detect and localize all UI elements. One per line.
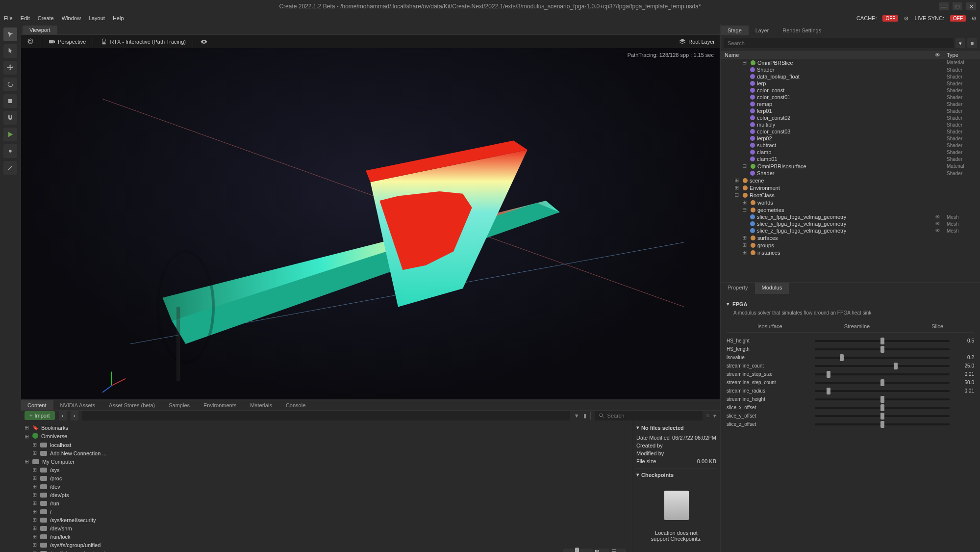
slider-streamline_height[interactable]	[815, 398, 950, 400]
stage-options-button[interactable]: ≡	[967, 38, 977, 48]
stage-node[interactable]: ⊞Environment	[721, 184, 980, 191]
expand-icon[interactable]: ⊞	[742, 199, 747, 206]
tab-environments[interactable]: Environments	[197, 400, 243, 410]
stage-node[interactable]: slice_z_fpga_fpga_velmag_geometry👁Mesh	[721, 227, 980, 234]
snap-tool[interactable]	[3, 111, 17, 125]
slider-thumb[interactable]	[827, 371, 830, 378]
slider-HS_height[interactable]	[815, 340, 950, 342]
slider-thumb[interactable]	[880, 338, 884, 344]
expand-icon[interactable]: ⊞	[25, 433, 29, 440]
expand-icon[interactable]: ⊞	[32, 450, 37, 456]
stage-node[interactable]: ShaderShader	[721, 66, 980, 73]
nav-back-button[interactable]: ‹	[59, 411, 67, 421]
expand-icon[interactable]: ⊟	[734, 192, 739, 198]
slider-streamline_count[interactable]	[815, 365, 950, 367]
expand-icon[interactable]: ⊞	[742, 249, 747, 256]
expand-icon[interactable]: ⊞	[32, 475, 37, 481]
stage-node[interactable]: ⊞instances	[721, 249, 980, 256]
stage-node[interactable]: color_constShader	[721, 87, 980, 94]
toggle-icon[interactable]: ⊘	[904, 15, 908, 22]
viewport-settings-button[interactable]	[26, 38, 34, 46]
expand-icon[interactable]: ⊞	[32, 492, 37, 498]
slider-isovalue[interactable]	[815, 357, 950, 359]
chevron-down-icon[interactable]: ▾	[636, 424, 639, 431]
mode-isosurface[interactable]: Isosurface	[757, 323, 782, 329]
scale-tool[interactable]	[3, 94, 17, 108]
maximize-button[interactable]: □	[953, 2, 962, 10]
expand-icon[interactable]: ⊞	[32, 467, 37, 473]
menu-create[interactable]: Create	[38, 15, 54, 21]
slider-slice_z_offset[interactable]	[815, 423, 950, 425]
tree-item[interactable]: ⊞/run	[21, 499, 138, 507]
stage-node[interactable]: color_const01Shader	[721, 94, 980, 101]
options-icon[interactable]: ≡	[706, 413, 709, 419]
expand-icon[interactable]: ⊞	[742, 242, 747, 248]
expand-icon[interactable]: ⊞	[32, 442, 37, 448]
close-button[interactable]: ✕	[966, 2, 976, 10]
tree-item[interactable]: ⊞/sys/fs/cgroup/systemd	[21, 549, 138, 552]
slider-thumb[interactable]	[880, 413, 884, 420]
expand-icon[interactable]: ⊞	[742, 235, 747, 241]
thumbnail-slider[interactable]	[563, 549, 593, 552]
menu-edit[interactable]: Edit	[21, 15, 30, 21]
stage-node[interactable]: ⊟OmniPBRIsosurfaceMaterial	[721, 162, 980, 170]
tab-materials[interactable]: Materials	[243, 400, 279, 410]
tab-layer[interactable]: Layer	[749, 26, 776, 35]
stage-filter-button[interactable]: ▾	[955, 38, 965, 48]
tree-item[interactable]: ⊞/sys/kernel/security	[21, 516, 138, 524]
eye-icon[interactable]: 👁	[935, 52, 947, 58]
visibility-toggle[interactable]: 👁	[935, 221, 947, 227]
tree-item[interactable]: ⊞My Computer	[21, 457, 138, 466]
expand-icon[interactable]: ⊞	[32, 508, 37, 515]
stage-node[interactable]: ⊞worlds	[721, 199, 980, 206]
tab-modulus[interactable]: Modulus	[755, 283, 789, 294]
slider-slice_x_offset[interactable]	[815, 407, 950, 409]
slider-streamline_step_count[interactable]	[815, 382, 950, 384]
tree-item[interactable]: ⊞/	[21, 507, 138, 516]
expand-icon[interactable]: ⊞	[25, 458, 29, 465]
rotate-tool[interactable]	[3, 78, 17, 91]
stage-node[interactable]: lerpShader	[721, 80, 980, 87]
tab-nvidia-assets[interactable]: NVIDIA Assets	[53, 400, 102, 410]
chevron-down-icon[interactable]: ▾	[636, 472, 639, 478]
slider-HS_length[interactable]	[815, 348, 950, 350]
expand-icon[interactable]: ⊞	[32, 550, 37, 552]
mode-slice[interactable]: Slice	[931, 323, 943, 329]
tree-item[interactable]: ⊞/sys/fs/cgroup/unified	[21, 541, 138, 549]
stage-node[interactable]: clamp01Shader	[721, 156, 980, 162]
file-tree[interactable]: ⊞🔖Bookmarks⊞Omniverse⊞localhost⊞Add New …	[21, 421, 138, 552]
slider-slice_y_offset[interactable]	[815, 415, 950, 417]
stage-node[interactable]: clampShader	[721, 149, 980, 156]
expand-icon[interactable]: ⊞	[32, 500, 37, 506]
tab-asset-stores-beta-[interactable]: Asset Stores (beta)	[102, 400, 162, 410]
stage-node[interactable]: ShaderShader	[721, 170, 980, 177]
path-breadcrumb[interactable]	[82, 411, 570, 421]
camera-selector[interactable]: Perspective	[48, 38, 86, 46]
stage-node[interactable]: ⊞groups	[721, 241, 980, 249]
menu-window[interactable]: Window	[62, 15, 81, 21]
renderer-selector[interactable]: RTX - Interactive (Path Tracing)	[100, 38, 185, 46]
expand-icon[interactable]: ⊞	[32, 517, 37, 523]
tree-item[interactable]: ⊞/dev/shm	[21, 524, 138, 532]
viewport-3d-view[interactable]: PathTracing: 128/128 spp : 1.15 sec	[21, 48, 720, 400]
tree-item[interactable]: ⊞/sys	[21, 466, 138, 474]
search-input[interactable]	[607, 413, 699, 419]
stage-node[interactable]: multiplyShader	[721, 121, 980, 128]
slider-thumb[interactable]	[827, 388, 830, 394]
content-search[interactable]	[595, 411, 703, 421]
visibility-toggle[interactable]	[200, 38, 208, 46]
tree-item[interactable]: ⊞/dev	[21, 482, 138, 491]
expand-icon[interactable]: ⊟	[742, 207, 747, 213]
tree-item[interactable]: ⊞/proc	[21, 474, 138, 482]
slider-thumb[interactable]	[840, 354, 844, 361]
tab-render-settings[interactable]: Render Settings	[776, 26, 828, 35]
animation-tool[interactable]	[3, 144, 17, 158]
import-button[interactable]: +Import	[25, 411, 55, 420]
tab-content[interactable]: Content	[21, 400, 53, 410]
mode-streamline[interactable]: Streamline	[844, 323, 870, 329]
list-view-button[interactable]: ☰	[611, 549, 626, 552]
play-tool[interactable]	[3, 128, 17, 141]
slider-thumb[interactable]	[894, 363, 898, 369]
expand-icon[interactable]: ⊞	[25, 424, 29, 431]
stage-node[interactable]: subtractShader	[721, 142, 980, 149]
